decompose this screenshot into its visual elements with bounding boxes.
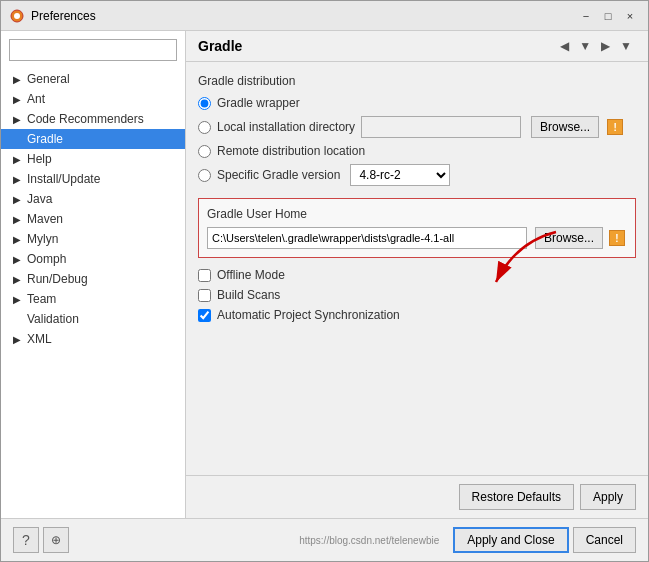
user-home-path-input[interactable]: [207, 227, 527, 249]
restore-defaults-button[interactable]: Restore Defaults: [459, 484, 574, 510]
distribution-section-title: Gradle distribution: [198, 74, 636, 88]
window-controls: − □ ×: [576, 6, 640, 26]
forward-dropdown2-button[interactable]: ▼: [616, 37, 636, 55]
content-area: ▶ General ▶ Ant ▶ Code Recommenders Grad…: [1, 31, 648, 518]
user-home-title: Gradle User Home: [207, 207, 627, 221]
expand-arrow-icon: ▶: [13, 274, 23, 285]
user-home-box: Gradle User Home Browse... !: [198, 198, 636, 258]
title-bar: Preferences − □ ×: [1, 1, 648, 31]
sidebar-item-help[interactable]: ▶ Help: [1, 149, 185, 169]
offline-mode-label: Offline Mode: [217, 268, 285, 282]
gradle-wrapper-label: Gradle wrapper: [217, 96, 300, 110]
expand-arrow-icon: ▶: [13, 234, 23, 245]
offline-mode-row: Offline Mode: [198, 268, 636, 282]
sidebar-item-general[interactable]: ▶ General: [1, 69, 185, 89]
minimize-button[interactable]: −: [576, 6, 596, 26]
maximize-button[interactable]: □: [598, 6, 618, 26]
forward-dropdown-button[interactable]: ▼: [575, 37, 595, 55]
build-scans-row: Build Scans: [198, 288, 636, 302]
sidebar-item-oomph[interactable]: ▶ Oomph: [1, 249, 185, 269]
link-icon: ⊕: [51, 533, 61, 547]
gradle-wrapper-row: Gradle wrapper: [198, 96, 636, 110]
apply-and-close-button[interactable]: Apply and Close: [453, 527, 568, 553]
specific-version-row: Specific Gradle version 4.8-rc-2: [198, 164, 636, 186]
expand-arrow-icon: ▶: [13, 254, 23, 265]
sidebar-item-maven[interactable]: ▶ Maven: [1, 209, 185, 229]
nav-buttons: ◀ ▼ ▶ ▼: [556, 37, 636, 55]
offline-mode-checkbox[interactable]: [198, 269, 211, 282]
checkbox-group: Offline Mode Build Scans Automatic Proje…: [198, 268, 636, 322]
user-home-warning-icon: !: [609, 230, 625, 246]
preferences-window: Preferences − □ × ▶ General ▶ Ant ▶ Code…: [0, 0, 649, 562]
back-button[interactable]: ◀: [556, 37, 573, 55]
remote-dist-label: Remote distribution location: [217, 144, 365, 158]
sidebar-item-gradle[interactable]: Gradle: [1, 129, 185, 149]
sidebar-item-java[interactable]: ▶ Java: [1, 189, 185, 209]
footer-left: ? ⊕: [13, 527, 69, 553]
expand-arrow-icon: ▶: [13, 174, 23, 185]
local-dir-label: Local installation directory: [217, 120, 355, 134]
help-button[interactable]: ?: [13, 527, 39, 553]
local-warning-icon: !: [607, 119, 623, 135]
distribution-radio-group: Gradle wrapper Local installation direct…: [198, 96, 636, 186]
sidebar: ▶ General ▶ Ant ▶ Code Recommenders Grad…: [1, 31, 186, 518]
expand-arrow-icon: ▶: [13, 294, 23, 305]
build-scans-label: Build Scans: [217, 288, 280, 302]
page-title: Gradle: [198, 38, 242, 54]
bottom-bar: Restore Defaults Apply: [186, 475, 648, 518]
remote-dist-radio[interactable]: [198, 145, 211, 158]
footer-bar: ? ⊕ https://blog.csdn.net/telenewbie App…: [1, 518, 648, 561]
expand-arrow-icon: ▶: [13, 334, 23, 345]
expand-arrow-icon: ▶: [13, 74, 23, 85]
expand-arrow-icon: ▶: [13, 154, 23, 165]
forward-button[interactable]: ▶: [597, 37, 614, 55]
sidebar-item-ant[interactable]: ▶ Ant: [1, 89, 185, 109]
local-dir-row: Local installation directory Browse... !: [198, 116, 636, 138]
sidebar-item-code-recommenders[interactable]: ▶ Code Recommenders: [1, 109, 185, 129]
sidebar-item-mylyn[interactable]: ▶ Mylyn: [1, 229, 185, 249]
local-dir-radio[interactable]: [198, 121, 211, 134]
expand-arrow-icon: ▶: [13, 114, 23, 125]
build-scans-checkbox[interactable]: [198, 289, 211, 302]
gradle-wrapper-radio[interactable]: [198, 97, 211, 110]
cancel-button[interactable]: Cancel: [573, 527, 636, 553]
apply-button[interactable]: Apply: [580, 484, 636, 510]
auto-sync-row: Automatic Project Synchronization: [198, 308, 636, 322]
sidebar-item-install-update[interactable]: ▶ Install/Update: [1, 169, 185, 189]
user-home-browse-button[interactable]: Browse...: [535, 227, 603, 249]
user-home-row: Browse... !: [207, 227, 627, 249]
auto-sync-label: Automatic Project Synchronization: [217, 308, 400, 322]
main-content: Gradle distribution Gradle wrapper Local…: [186, 62, 648, 475]
main-header: Gradle ◀ ▼ ▶ ▼: [186, 31, 648, 62]
app-icon: [9, 8, 25, 24]
main-panel: Gradle ◀ ▼ ▶ ▼ Gradle distribution Gradl…: [186, 31, 648, 518]
expand-arrow-icon: ▶: [13, 194, 23, 205]
expand-arrow-icon: ▶: [13, 94, 23, 105]
sidebar-item-team[interactable]: ▶ Team: [1, 289, 185, 309]
auto-sync-checkbox[interactable]: [198, 309, 211, 322]
specific-version-radio[interactable]: [198, 169, 211, 182]
remote-dist-row: Remote distribution location: [198, 144, 636, 158]
question-mark-icon: ?: [22, 532, 30, 548]
specific-version-label: Specific Gradle version: [217, 168, 340, 182]
sidebar-item-validation[interactable]: Validation: [1, 309, 185, 329]
close-button[interactable]: ×: [620, 6, 640, 26]
local-dir-input[interactable]: [361, 116, 521, 138]
link-button[interactable]: ⊕: [43, 527, 69, 553]
sidebar-item-xml[interactable]: ▶ XML: [1, 329, 185, 349]
svg-point-1: [14, 13, 20, 19]
footer-url: https://blog.csdn.net/telenewbie: [299, 535, 439, 546]
expand-arrow-icon: ▶: [13, 214, 23, 225]
version-select[interactable]: 4.8-rc-2: [350, 164, 450, 186]
search-input[interactable]: [9, 39, 177, 61]
window-title: Preferences: [31, 9, 576, 23]
sidebar-item-run-debug[interactable]: ▶ Run/Debug: [1, 269, 185, 289]
local-browse-button[interactable]: Browse...: [531, 116, 599, 138]
